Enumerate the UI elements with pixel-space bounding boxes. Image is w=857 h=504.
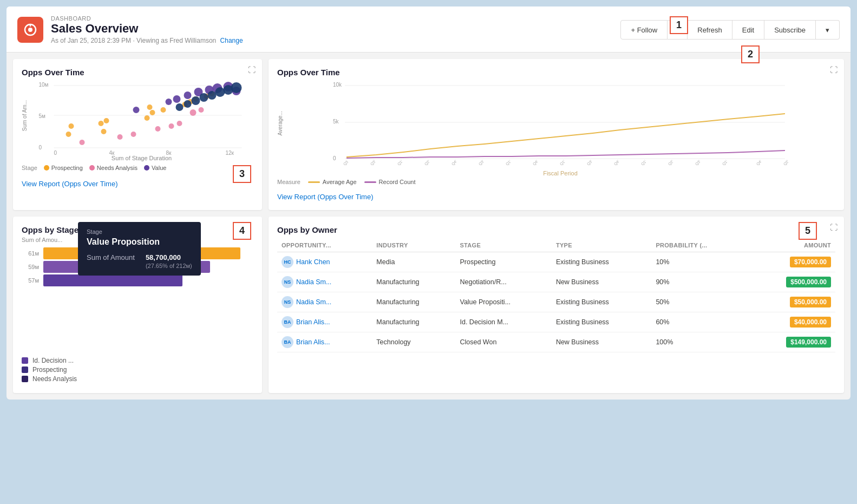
svg-text:0: 0 bbox=[333, 155, 336, 161]
type-cell: Existing Business bbox=[552, 252, 652, 272]
type-cell: Existing Business bbox=[552, 292, 652, 312]
probability-cell: 50% bbox=[651, 292, 749, 312]
avatar: BA bbox=[282, 336, 293, 348]
annotation-4: 4 bbox=[233, 222, 251, 240]
amount-badge: $500,000.00 bbox=[786, 277, 831, 287]
chart2-y-label: Average... bbox=[277, 111, 283, 135]
table-row: HC Hank Chen Media Prospecting Existing … bbox=[277, 252, 835, 272]
svg-text:Q4': Q4' bbox=[451, 160, 458, 167]
avg-age-swatch bbox=[308, 181, 320, 183]
amount-badge: $149,000.00 bbox=[786, 337, 831, 348]
more-actions-button[interactable]: ▾ bbox=[816, 20, 840, 40]
owner-link[interactable]: NS Nadia Sm... bbox=[282, 276, 368, 288]
view-report-1[interactable]: View Report (Opps Over Time) bbox=[22, 180, 117, 188]
svg-text:Q3': Q3' bbox=[695, 160, 702, 167]
stage-cell: Value Propositi... bbox=[455, 292, 551, 312]
stage-tooltip: Stage Value Proposition Sum of Amount 58… bbox=[78, 222, 201, 276]
svg-text:10м: 10м bbox=[39, 82, 49, 88]
probability-cell: 100% bbox=[651, 332, 749, 352]
svg-point-15 bbox=[150, 110, 155, 115]
change-link[interactable]: Change bbox=[220, 37, 243, 44]
expand-icon-2[interactable]: ⛶ bbox=[830, 66, 838, 74]
industry-cell: Manufacturing bbox=[372, 312, 455, 332]
svg-text:Q3': Q3' bbox=[478, 160, 485, 167]
row-1: ⛶ Opps Over Time Sum of Am... 10м 5м 0 bbox=[13, 59, 844, 210]
svg-text:Q1': Q1' bbox=[505, 160, 512, 167]
chart4-title: Opps by Owner bbox=[277, 225, 835, 234]
svg-point-25 bbox=[131, 132, 136, 137]
refresh-button[interactable]: Refresh bbox=[688, 20, 732, 40]
follow-button[interactable]: + Follow bbox=[620, 20, 668, 40]
record-count-swatch bbox=[364, 181, 376, 183]
stage-cell: Negotiation/R... bbox=[455, 272, 551, 292]
owner-link[interactable]: NS Nadia Sm... bbox=[282, 296, 368, 308]
chart-opps-owner: ⛶ Opps by Owner OPPORTUNITY... INDUSTRY … bbox=[269, 217, 844, 393]
chart2-title: Opps Over Time bbox=[277, 68, 835, 77]
funnel-bar-2 bbox=[43, 274, 182, 286]
stage-legend-1: Prospecting bbox=[22, 366, 253, 374]
svg-point-47 bbox=[231, 82, 242, 93]
subscribe-button[interactable]: Subscribe bbox=[764, 20, 816, 40]
chart2-legend: Measure Average Age Record Count bbox=[277, 179, 835, 185]
svg-point-42 bbox=[192, 96, 200, 105]
industry-cell: Manufacturing bbox=[372, 272, 455, 292]
svg-point-27 bbox=[169, 123, 174, 129]
svg-text:Q1': Q1' bbox=[397, 160, 404, 167]
expand-icon-4[interactable]: ⛶ bbox=[830, 223, 838, 232]
header-left: DASHBOARD Sales Overview As of Jan 25, 2… bbox=[17, 15, 243, 44]
main-container: DASHBOARD Sales Overview As of Jan 25, 2… bbox=[6, 6, 851, 400]
probability-cell: 90% bbox=[651, 272, 749, 292]
owner-link[interactable]: BA Brian Alis... bbox=[282, 316, 368, 328]
view-report-2[interactable]: View Report (Opps Over Time) bbox=[277, 193, 373, 201]
chart1-title: Opps Over Time bbox=[22, 68, 253, 77]
owner-link[interactable]: BA Brian Alis... bbox=[282, 336, 368, 348]
legend-needs-analysis: Needs Analysis bbox=[89, 165, 138, 171]
owner-link[interactable]: HC Hank Chen bbox=[282, 256, 368, 268]
stage-cell: Prospecting bbox=[455, 252, 551, 272]
svg-text:0: 0 bbox=[39, 145, 42, 150]
stage-cell: Id. Decision M... bbox=[455, 312, 551, 332]
svg-point-33 bbox=[173, 95, 181, 103]
col-industry: INDUSTRY bbox=[372, 239, 455, 252]
stage-legend: Id. Decision ... Prospecting Needs Analy… bbox=[22, 357, 253, 383]
svg-point-10 bbox=[69, 123, 74, 129]
svg-point-32 bbox=[166, 99, 172, 105]
stage-dot-1 bbox=[22, 366, 28, 373]
table-row: NS Nadia Sm... Manufacturing Negotiation… bbox=[277, 272, 835, 292]
chart1-legend: Stage Prospecting Needs Analysis Value bbox=[22, 165, 253, 171]
type-cell: New Business bbox=[552, 272, 652, 292]
tooltip-pct: (27.65% of 212м) bbox=[146, 263, 192, 269]
owner-table: OPPORTUNITY... INDUSTRY STAGE TYPE PROBA… bbox=[277, 239, 835, 352]
amount-badge: $50,000.00 bbox=[790, 297, 831, 307]
col-amount: AMOUNT bbox=[749, 239, 835, 252]
page-title: Sales Overview bbox=[51, 22, 243, 36]
page-meta: As of Jan 25, 2018 2:39 PM · Viewing as … bbox=[51, 37, 243, 44]
avatar: BA bbox=[282, 316, 293, 328]
stage-legend-2: Needs Analysis bbox=[22, 375, 253, 383]
funnel-label-0: 61м bbox=[22, 250, 39, 257]
legend-dot-needs bbox=[89, 165, 95, 171]
type-cell: Existing Business bbox=[552, 312, 652, 332]
svg-point-12 bbox=[99, 121, 104, 126]
probability-cell: 10% bbox=[651, 252, 749, 272]
svg-point-40 bbox=[176, 103, 184, 111]
svg-text:5k: 5k bbox=[333, 119, 339, 125]
col-stage: STAGE bbox=[455, 239, 551, 252]
scatter-svg: 10м 5м 0 bbox=[30, 80, 253, 156]
header-text: DASHBOARD Sales Overview As of Jan 25, 2… bbox=[51, 15, 243, 44]
edit-button[interactable]: Edit bbox=[732, 20, 764, 40]
svg-point-41 bbox=[184, 100, 192, 108]
stage-cell: Closed Won bbox=[455, 332, 551, 352]
annotation-2: 2 bbox=[741, 45, 760, 63]
svg-text:Q3: Q3 bbox=[343, 160, 349, 166]
svg-text:5м: 5м bbox=[39, 113, 46, 119]
expand-icon-1[interactable]: ⛶ bbox=[248, 66, 256, 74]
legend-value: Value bbox=[144, 165, 166, 171]
stage-dot-2 bbox=[22, 376, 28, 382]
svg-text:Q2': Q2' bbox=[668, 160, 675, 167]
svg-point-43 bbox=[200, 93, 208, 102]
legend-record-count: Record Count bbox=[364, 179, 416, 185]
row-2: Opps by Stage Sum of Amou... 61м 59м 57м bbox=[13, 217, 844, 393]
col-type: TYPE bbox=[552, 239, 652, 252]
svg-point-23 bbox=[80, 140, 85, 145]
